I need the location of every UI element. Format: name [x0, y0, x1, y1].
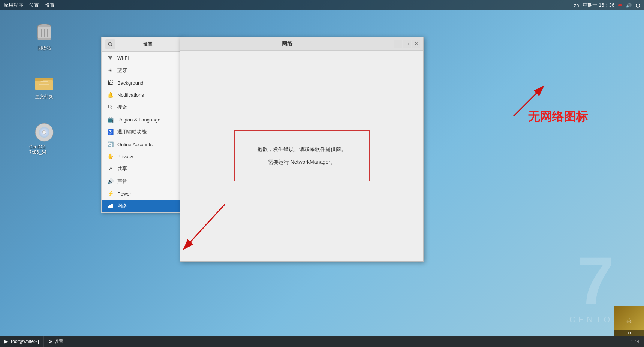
topbar-left: 应用程序 位置 设置: [4, 2, 55, 9]
svg-rect-8: [35, 78, 43, 81]
settings-window: 设置 Wi-Fi ✳ 蓝牙 🖼 Background: [101, 37, 182, 213]
avatar-badge: ⚙: [614, 330, 644, 336]
maximize-button[interactable]: □: [403, 40, 411, 48]
svg-rect-2: [37, 38, 51, 40]
bluetooth-icon: ✳: [107, 67, 114, 73]
taskbar: ▶ [root@white:~] ⚙ 设置 1 / 4: [0, 336, 644, 347]
svg-rect-10: [40, 81, 48, 82]
error-box: 抱歉，发生错误。请联系软件提供商。 需要运行 NetworkManager。: [234, 130, 370, 181]
terminal-icon: ▶: [4, 339, 8, 344]
terminal-label: [root@white:~]: [10, 339, 39, 344]
topbar-highlight: [618, 4, 622, 6]
wifi-icon: [107, 55, 114, 61]
settings-item-bluetooth[interactable]: ✳ 蓝牙: [102, 64, 181, 77]
topbar-datetime: 星期一 16：36: [583, 2, 614, 9]
settings-search-button[interactable]: [105, 39, 115, 49]
topbar-apps[interactable]: 应用程序: [4, 2, 23, 9]
region-icon: 📺: [107, 117, 114, 123]
network-titlebar: 网络 ─ □ ✕: [180, 37, 423, 51]
network-window: 网络 ─ □ ✕ 抱歉，发生错误。请联系软件提供商。 需要运行 NetworkM…: [180, 37, 424, 262]
window-controls: ─ □ ✕: [394, 40, 423, 48]
trash-icon: [34, 22, 55, 43]
network-label: 网络: [117, 203, 127, 209]
settings-item-sound[interactable]: 🔊 声音: [102, 175, 181, 188]
accessibility-icon: ♿: [107, 129, 114, 135]
online-accounts-label: Online Accounts: [117, 142, 153, 147]
svg-point-17: [108, 105, 111, 108]
svg-line-24: [514, 86, 544, 116]
privacy-icon: ✋: [107, 153, 114, 159]
settings-item-background[interactable]: 🖼 Background: [102, 77, 181, 89]
notifications-icon: 🔔: [107, 92, 114, 98]
desktop-icon-cd[interactable]: CentOS 7x86_64: [29, 122, 59, 155]
user-avatar: 英 ⚙: [614, 306, 644, 336]
avatar-icon: 英: [626, 317, 632, 324]
search-icon: [107, 104, 114, 111]
settings-item-accessibility[interactable]: ♿ 通用辅助功能: [102, 126, 181, 138]
svg-rect-19: [108, 206, 109, 208]
taskbar-settings-icon: ⚙: [48, 339, 52, 344]
settings-list: Wi-Fi ✳ 蓝牙 🖼 Background 🔔 Notifications: [102, 52, 181, 212]
desktop: 应用程序 位置 设置 zh 星期一 16：36 🔊 ⏻ 回收站: [0, 0, 644, 347]
settings-item-region[interactable]: 📺 Region & Language: [102, 114, 181, 126]
accessibility-label: 通用辅助功能: [117, 129, 147, 135]
settings-item-privacy[interactable]: ✋ Privacy: [102, 150, 181, 162]
svg-line-15: [111, 45, 112, 46]
svg-point-16: [110, 58, 111, 60]
settings-titlebar: 设置: [102, 37, 181, 52]
background-icon: 🖼: [107, 80, 114, 86]
topbar-right: zh 星期一 16：36 🔊 ⏻: [574, 2, 640, 9]
cd-icon-img: [34, 122, 55, 143]
folder-label: 主文件夹: [35, 94, 53, 100]
sound-label: 声音: [117, 178, 127, 185]
background-label: Background: [117, 80, 143, 86]
svg-rect-9: [39, 84, 49, 85]
svg-rect-21: [111, 204, 113, 208]
network-content: 抱歉，发生错误。请联系软件提供商。 需要运行 NetworkManager。: [180, 51, 423, 261]
topbar-volume-icon[interactable]: 🔊: [626, 3, 632, 8]
trash-label: 回收站: [37, 45, 51, 51]
settings-item-search[interactable]: 搜索: [102, 101, 181, 114]
bluetooth-label: 蓝牙: [117, 67, 127, 74]
svg-rect-20: [109, 205, 111, 208]
settings-item-notifications[interactable]: 🔔 Notifications: [102, 89, 181, 101]
desktop-icon-folder[interactable]: 主文件夹: [29, 71, 59, 100]
error-text-line1: 抱歉，发生错误。请联系软件提供商。: [257, 146, 346, 153]
power-icon: ⚡: [107, 191, 114, 197]
search-label: 搜索: [117, 104, 127, 111]
region-label: Region & Language: [117, 117, 160, 123]
settings-item-power[interactable]: ⚡ Power: [102, 188, 181, 200]
network-icon: [107, 203, 114, 209]
notifications-label: Notifications: [117, 92, 144, 98]
topbar-settings-menu[interactable]: 设置: [45, 2, 55, 9]
folder-icon-img: [34, 71, 55, 92]
settings-item-wifi[interactable]: Wi-Fi: [102, 52, 181, 64]
sound-icon: 🔊: [107, 178, 114, 184]
network-window-title: 网络: [180, 40, 394, 47]
sharing-label: 共享: [117, 165, 127, 172]
topbar-power-icon[interactable]: ⏻: [635, 3, 640, 8]
desktop-icon-trash[interactable]: 回收站: [29, 22, 59, 51]
centos-seven: 7: [569, 247, 622, 315]
sharing-icon: ↗: [107, 166, 114, 172]
taskbar-terminal[interactable]: ▶ [root@white:~]: [0, 336, 44, 347]
topbar-lang: zh: [574, 3, 579, 8]
power-label: Power: [117, 191, 131, 197]
annotation-no-network: 无网络图标: [528, 109, 588, 125]
settings-item-network[interactable]: 网络: [102, 200, 181, 212]
taskbar-settings[interactable]: ⚙ 设置: [44, 336, 68, 347]
settings-title: 设置: [117, 41, 178, 48]
svg-line-18: [111, 108, 112, 109]
svg-point-14: [108, 42, 111, 45]
cd-label: CentOS 7x86_64: [29, 144, 59, 155]
taskbar-settings-label: 设置: [54, 338, 63, 345]
svg-point-13: [42, 130, 46, 134]
online-accounts-icon: 🔄: [107, 141, 114, 147]
topbar: 应用程序 位置 设置 zh 星期一 16：36 🔊 ⏻: [0, 0, 644, 10]
minimize-button[interactable]: ─: [394, 40, 402, 48]
close-button[interactable]: ✕: [412, 40, 420, 48]
settings-item-sharing[interactable]: ↗ 共享: [102, 162, 181, 175]
topbar-places[interactable]: 位置: [29, 2, 39, 9]
page-indicator: 1 / 4: [631, 339, 644, 344]
settings-item-online-accounts[interactable]: 🔄 Online Accounts: [102, 138, 181, 150]
